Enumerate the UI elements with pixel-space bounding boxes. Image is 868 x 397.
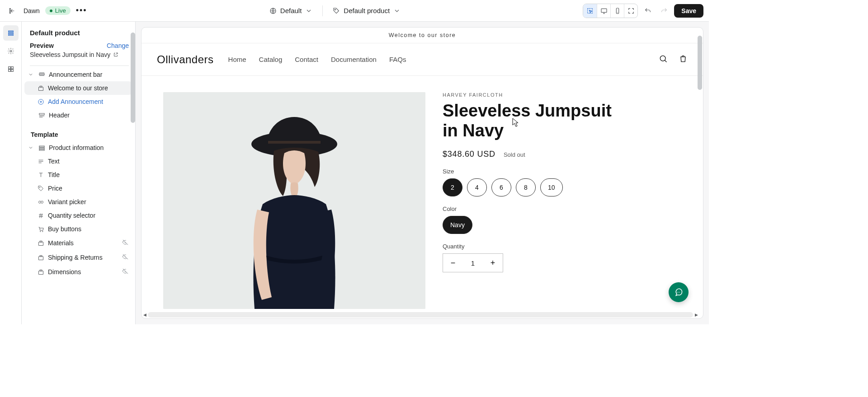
text-icon bbox=[37, 158, 44, 165]
chevron-down-icon bbox=[28, 145, 34, 151]
preview-product-name: Sleeveless Jumpsuit in Navy bbox=[30, 51, 110, 58]
block-announcement-welcome[interactable]: Welcome to our store bbox=[24, 81, 132, 95]
nav-faqs[interactable]: FAQs bbox=[389, 56, 406, 63]
section-announcement-bar[interactable]: Announcement bar bbox=[24, 68, 132, 81]
section-label: Announcement bar bbox=[49, 71, 102, 78]
section-label: Product information bbox=[49, 144, 104, 151]
section-product-information[interactable]: Product information bbox=[24, 141, 132, 154]
product-price: $348.60 USD bbox=[443, 149, 495, 159]
hidden-icon bbox=[122, 253, 129, 262]
svg-rect-3 bbox=[601, 9, 607, 12]
chevron-down-icon bbox=[28, 71, 34, 78]
scroll-right-icon[interactable]: ▶ bbox=[694, 312, 698, 318]
preview-heading: Preview bbox=[30, 42, 54, 49]
block-materials[interactable]: Materials bbox=[24, 236, 132, 250]
svg-rect-15 bbox=[39, 113, 44, 115]
block-label: Materials bbox=[48, 239, 74, 247]
mobile-icon[interactable] bbox=[610, 4, 624, 18]
svg-point-19 bbox=[39, 187, 40, 188]
block-label: Quantity selector bbox=[48, 212, 95, 219]
chevron-down-icon bbox=[393, 7, 401, 14]
resource-picker[interactable]: Default product bbox=[330, 5, 403, 16]
svg-rect-12 bbox=[11, 70, 13, 72]
fullscreen-icon[interactable] bbox=[624, 4, 637, 18]
external-link-icon bbox=[113, 52, 118, 57]
size-option-2[interactable]: 2 bbox=[443, 178, 462, 196]
sidebar-title: Default product bbox=[30, 29, 129, 37]
theme-settings-icon[interactable] bbox=[3, 43, 19, 59]
svg-point-21 bbox=[41, 201, 43, 203]
scroll-left-icon[interactable]: ◀ bbox=[142, 312, 147, 318]
announcement-bar[interactable]: Welcome to our store bbox=[142, 28, 703, 43]
section-label: Header bbox=[49, 112, 70, 119]
nav-home[interactable]: Home bbox=[228, 56, 246, 63]
block-text[interactable]: Text bbox=[24, 154, 132, 168]
svg-rect-10 bbox=[11, 67, 13, 69]
resource-picker-label: Default product bbox=[344, 7, 390, 14]
block-label: Variant picker bbox=[48, 198, 86, 206]
hidden-icon bbox=[122, 268, 129, 276]
undo-icon[interactable] bbox=[642, 5, 654, 17]
save-button[interactable]: Save bbox=[674, 4, 703, 18]
quantity-decrement[interactable]: − bbox=[443, 254, 463, 272]
nav-catalog[interactable]: Catalog bbox=[259, 56, 283, 63]
color-label: Color bbox=[443, 206, 614, 212]
block-icon bbox=[37, 254, 44, 261]
template-group-label: Template bbox=[22, 126, 135, 141]
product-gallery[interactable] bbox=[163, 92, 425, 309]
section-tree: Announcement bar Welcome to our store Ad… bbox=[22, 68, 135, 126]
sections-tab-icon[interactable] bbox=[3, 25, 19, 41]
block-variant-picker[interactable]: Variant picker bbox=[24, 195, 132, 209]
scrollbar-thumb[interactable] bbox=[131, 33, 135, 123]
inspector-icon[interactable] bbox=[583, 4, 597, 18]
redo-icon[interactable] bbox=[658, 5, 670, 17]
quantity-value: 1 bbox=[463, 254, 483, 272]
block-buy-buttons[interactable]: Buy buttons bbox=[24, 222, 132, 236]
viewport-switcher bbox=[583, 4, 638, 18]
divider bbox=[322, 5, 323, 16]
locale-picker[interactable]: Default bbox=[267, 5, 316, 16]
status-badge: Live bbox=[45, 6, 71, 15]
app-embeds-icon[interactable] bbox=[3, 61, 19, 77]
locale-picker-label: Default bbox=[280, 7, 302, 14]
theme-name: Dawn bbox=[24, 7, 40, 14]
search-icon[interactable] bbox=[659, 54, 668, 65]
size-option-8[interactable]: 8 bbox=[516, 178, 536, 196]
preview-product-link[interactable]: Sleeveless Jumpsuit in Navy bbox=[30, 51, 129, 66]
main-nav: Home Catalog Contact Documentation FAQs bbox=[228, 56, 406, 63]
block-label: Welcome to our store bbox=[48, 84, 108, 92]
desktop-icon[interactable] bbox=[597, 4, 610, 18]
scrollbar-track[interactable] bbox=[148, 312, 693, 318]
cart-icon[interactable] bbox=[679, 54, 688, 65]
add-label: Add Announcement bbox=[48, 98, 103, 105]
exit-icon[interactable] bbox=[5, 5, 18, 17]
scrollbar-thumb[interactable] bbox=[698, 36, 702, 90]
section-icon bbox=[38, 71, 45, 78]
svg-point-8 bbox=[10, 50, 12, 52]
section-icon bbox=[38, 144, 45, 151]
add-announcement-button[interactable]: Add Announcement bbox=[24, 95, 132, 108]
size-option-10[interactable]: 10 bbox=[540, 178, 563, 196]
size-option-4[interactable]: 4 bbox=[467, 178, 487, 196]
size-option-6[interactable]: 6 bbox=[491, 178, 511, 196]
block-quantity-selector[interactable]: Quantity selector bbox=[24, 209, 132, 222]
quantity-selector: − 1 + bbox=[443, 253, 503, 272]
chat-fab[interactable] bbox=[669, 282, 689, 302]
section-header[interactable]: Header bbox=[24, 108, 132, 122]
svg-rect-27 bbox=[268, 141, 321, 144]
block-shipping-returns[interactable]: Shipping & Returns bbox=[24, 250, 132, 265]
nav-contact[interactable]: Contact bbox=[295, 56, 318, 63]
store-brand[interactable]: Ollivanders bbox=[157, 53, 214, 66]
editor-topbar: Dawn Live ••• Default Default product bbox=[0, 0, 709, 22]
hidden-icon bbox=[122, 239, 129, 247]
quantity-increment[interactable]: + bbox=[483, 254, 503, 272]
change-preview-link[interactable]: Change bbox=[107, 42, 129, 49]
svg-rect-6 bbox=[8, 33, 13, 33]
block-title[interactable]: Title bbox=[24, 168, 132, 182]
more-actions-icon[interactable]: ••• bbox=[76, 6, 87, 15]
block-dimensions[interactable]: Dimensions bbox=[24, 265, 132, 279]
color-option-navy[interactable]: Navy bbox=[443, 216, 472, 234]
nav-documentation[interactable]: Documentation bbox=[331, 56, 377, 63]
product-title: Sleeveless Jumpsuit in Navy bbox=[443, 101, 614, 140]
block-price[interactable]: Price bbox=[24, 182, 132, 195]
